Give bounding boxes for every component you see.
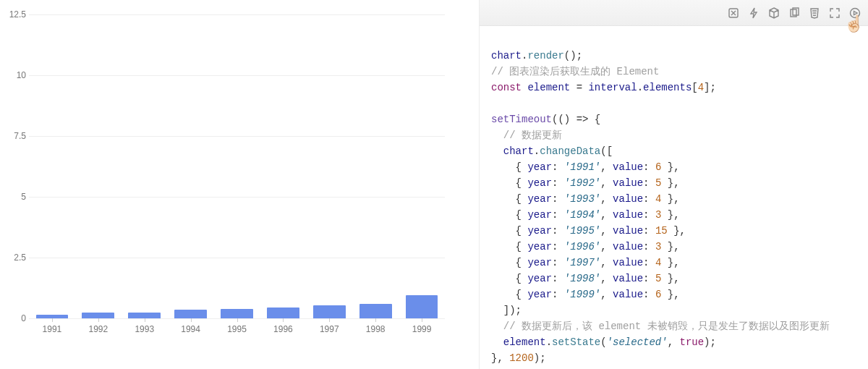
html5-icon[interactable] <box>809 7 820 19</box>
bar[interactable] <box>313 305 346 318</box>
plot-area: 02.557.51012.5 <box>29 14 445 318</box>
gridline <box>29 136 445 137</box>
code-token: elements <box>643 82 692 93</box>
code-token: chart <box>503 145 534 157</box>
y-tick-label: 5 <box>4 192 26 202</box>
bar-chart: 02.557.51012.5 1991199219931994199519961… <box>29 7 463 340</box>
code-token: render <box>527 50 563 62</box>
y-tick-label: 2.5 <box>4 253 26 263</box>
bar-slot <box>260 14 306 318</box>
code-comment: // 图表渲染后获取生成的 Element <box>491 66 659 77</box>
code-token: true <box>679 336 704 348</box>
y-tick-label: 7.5 <box>4 131 26 141</box>
bar[interactable] <box>128 313 161 318</box>
bars-container <box>29 14 445 318</box>
bar-slot <box>352 14 399 318</box>
x-tick-label: 1991 <box>29 318 75 334</box>
bar[interactable] <box>82 313 114 318</box>
x-tick-label: 1999 <box>399 318 445 334</box>
x-axis: 199119921993199419951996199719981999 <box>29 318 445 334</box>
bar[interactable] <box>221 309 253 318</box>
bar-slot <box>75 14 122 318</box>
bar[interactable] <box>359 304 392 318</box>
code-toolbar <box>480 0 868 26</box>
x-tick-label: 1997 <box>306 318 352 334</box>
x-tick-label: 1996 <box>260 318 306 334</box>
code-token: 'selected' <box>607 336 668 348</box>
y-tick-label: 0 <box>4 313 26 323</box>
gridline <box>29 258 445 258</box>
lightning-icon[interactable] <box>748 7 760 19</box>
code-token: chart <box>491 50 522 62</box>
x-tick-label: 1995 <box>214 318 260 334</box>
riddle-icon[interactable] <box>728 7 739 19</box>
chart-panel: 02.557.51012.5 1991199219931994199519961… <box>0 0 479 369</box>
cube-icon[interactable] <box>768 7 780 19</box>
code-comment: // 数据更新后，该 element 未被销毁，只是发生了数据以及图形更新 <box>503 321 830 332</box>
code-token: 4 <box>698 82 704 93</box>
copy-icon[interactable] <box>788 7 800 19</box>
bar[interactable] <box>267 308 299 318</box>
bar-slot <box>306 14 352 318</box>
bar-slot <box>168 14 214 318</box>
x-tick-label: 1998 <box>352 318 399 334</box>
bar-slot <box>399 14 445 318</box>
code-token: element <box>503 336 546 348</box>
code-token: changeData <box>540 145 600 157</box>
x-tick-label: 1992 <box>75 318 122 334</box>
y-tick-label: 10 <box>4 70 26 80</box>
x-tick-label: 1994 <box>168 318 214 334</box>
bar[interactable] <box>406 295 438 318</box>
bar-slot <box>122 14 168 318</box>
code-token: element <box>527 82 570 93</box>
code-panel: ☝🏻 chart.render(); // 图表渲染后获取生成的 Element… <box>479 0 868 369</box>
gridline <box>29 14 445 15</box>
gridline <box>29 75 445 76</box>
code-token: setState <box>552 336 600 348</box>
play-icon[interactable] <box>849 7 861 19</box>
bar-slot <box>29 14 75 318</box>
expand-icon[interactable] <box>829 7 841 19</box>
code-token: setTimeout <box>491 114 552 125</box>
code-token: const <box>491 82 522 93</box>
code-comment: // 数据更新 <box>503 130 562 141</box>
gridline <box>29 197 445 198</box>
bar-slot <box>214 14 260 318</box>
svg-point-3 <box>851 8 860 17</box>
y-tick-label: 12.5 <box>4 9 26 20</box>
bar[interactable] <box>174 310 207 318</box>
code-editor[interactable]: chart.render(); // 图表渲染后获取生成的 Element co… <box>480 26 868 369</box>
code-token: 1200 <box>509 352 534 364</box>
x-tick-label: 1993 <box>122 318 168 334</box>
code-token: interval <box>588 82 637 93</box>
